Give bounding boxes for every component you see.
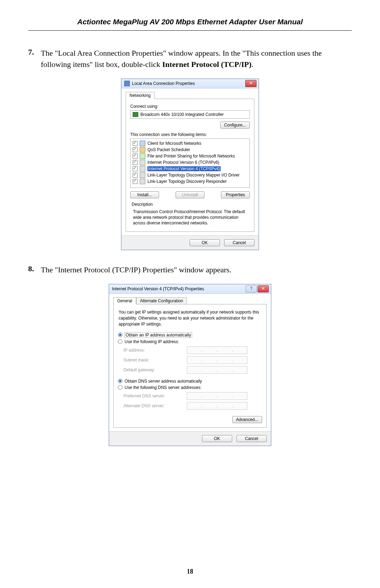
checkbox-icon[interactable] [133, 147, 138, 152]
tab-general[interactable]: General [113, 297, 136, 304]
radio-ip-manual[interactable]: Use the following IP address: [118, 339, 262, 344]
radio-dns-auto-label: Obtain DNS server address automatically [125, 379, 202, 384]
ip-address-input: ... [187, 346, 247, 354]
connect-using-label: Connect using: [130, 104, 250, 109]
qos-icon [140, 147, 145, 153]
ipv4-title: Internet Protocol Version 4 (TCP/IPv4) P… [112, 286, 245, 291]
list-item[interactable]: QoS Packet Scheduler [132, 147, 248, 153]
help-icon[interactable]: ? [246, 285, 257, 292]
ip-address-label: IP address: [124, 348, 187, 353]
list-item[interactable]: Link-Layer Topology Discovery Responder [132, 178, 248, 185]
list-item[interactable]: Internet Protocol Version 6 (TCP/IPv6) [132, 159, 248, 166]
ipv4-properties-dialog: Internet Protocol Version 4 (TCP/IPv4) P… [109, 284, 271, 446]
close-icon[interactable]: ✕ [258, 285, 269, 292]
ok-button[interactable]: OK [190, 239, 220, 246]
list-item-label: Link-Layer Topology Discovery Responder [147, 179, 227, 184]
list-item[interactable]: File and Printer Sharing for Microsoft N… [132, 153, 248, 159]
checkbox-icon[interactable] [133, 154, 138, 159]
radio-icon[interactable] [118, 339, 122, 344]
alternate-dns-input: ... [187, 402, 247, 410]
radio-dns-manual-label: Use the following DNS server addresses: [125, 385, 202, 390]
tab-alternate-config[interactable]: Alternate Configuration [136, 297, 187, 304]
subnet-mask-input: ... [187, 356, 247, 364]
list-item-label: Client for Microsoft Networks [147, 141, 201, 146]
list-item-ipv4[interactable]: Internet Protocol Version 4 (TCP/IPv4) [132, 166, 248, 172]
general-tabpane: You can get IP settings assigned automat… [113, 304, 267, 427]
preferred-dns-input: ... [187, 392, 247, 400]
uninstall-button: Uninstall [176, 191, 204, 198]
radio-ip-auto[interactable]: Obtain an IP address automatically [118, 332, 262, 338]
radio-icon[interactable] [118, 333, 122, 337]
radio-ip-auto-label: Obtain an IP address automatically [125, 332, 192, 338]
radio-icon[interactable] [118, 379, 122, 383]
step-7-text-bold: Internet Protocol (TCP/IP) [162, 60, 252, 69]
step-7: 7. The "Local Area Connection Properties… [28, 48, 352, 70]
ipv4-intro-text: You can get IP settings assigned automat… [119, 309, 261, 327]
install-button[interactable]: Install... [130, 191, 159, 198]
protocol-icon [140, 166, 145, 172]
list-item[interactable]: Client for Microsoft Networks [132, 140, 248, 147]
list-item-label: QoS Packet Scheduler [147, 147, 190, 152]
list-item[interactable]: Link-Layer Topology Discovery Mapper I/O… [132, 172, 248, 178]
step-8-text-pre: The "Internet Protocol ( [41, 265, 115, 274]
tab-networking[interactable]: Networking [126, 92, 154, 99]
connection-items-listbox[interactable]: Client for Microsoft Networks QoS Packet… [130, 138, 250, 188]
manual-header: Actiontec MegaPlug AV 200 Mbps Ethernet … [28, 18, 352, 26]
adapter-field: Broadcom 440x 10/100 Integrated Controll… [130, 110, 250, 119]
nic-icon [133, 112, 138, 117]
default-gateway-label: Default gateway: [124, 367, 187, 372]
step-8-number: 8. [28, 264, 41, 276]
network-icon [124, 81, 130, 86]
checkbox-icon[interactable] [133, 179, 138, 184]
step-8-text-sc: TCP/IP [115, 265, 138, 274]
lan-title: Local Area Connection Properties [132, 81, 245, 86]
client-icon [140, 141, 145, 146]
advanced-button[interactable]: Advanced... [232, 416, 262, 423]
list-item-label: Internet Protocol Version 6 (TCP/IPv6) [147, 160, 219, 165]
step-7-text-post: . [252, 60, 254, 69]
ipv4-titlebar: Internet Protocol Version 4 (TCP/IPv4) P… [109, 284, 271, 294]
header-rule [28, 30, 352, 31]
uses-items-label: This connection uses the following items… [130, 132, 250, 137]
protocol-icon [140, 172, 145, 178]
alternate-dns-label: Alternate DNS server: [124, 403, 187, 408]
checkbox-icon[interactable] [133, 141, 138, 146]
step-8-text-post: ) Properties" window appears. [138, 265, 232, 274]
step-7-number: 7. [28, 48, 41, 70]
radio-icon[interactable] [118, 385, 122, 390]
preferred-dns-label: Preferred DNS server: [124, 394, 187, 398]
checkbox-icon[interactable] [133, 160, 138, 165]
description-text: Transmission Control Protocol/Internet P… [130, 208, 250, 228]
cancel-button[interactable]: Cancel [224, 239, 254, 246]
radio-dns-manual[interactable]: Use the following DNS server addresses: [118, 385, 262, 390]
step-8: 8. The "Internet Protocol (TCP/IP) Prope… [28, 264, 352, 276]
close-icon[interactable]: ✕ [245, 80, 256, 87]
list-item-label-selected: Internet Protocol Version 4 (TCP/IPv4) [147, 166, 221, 171]
properties-button[interactable]: Properties [221, 191, 250, 198]
default-gateway-input: ... [187, 366, 247, 374]
subnet-mask-label: Subnet mask: [124, 358, 187, 363]
ipv4-dialog-footer: OK Cancel [109, 431, 271, 446]
protocol-icon [140, 160, 145, 165]
step-8-text: The "Internet Protocol (TCP/IP) Properti… [41, 264, 232, 276]
checkbox-icon[interactable] [133, 166, 138, 171]
networking-tabpane: Connect using: Broadcom 440x 10/100 Inte… [126, 99, 254, 232]
lan-properties-dialog: Local Area Connection Properties ✕ Netwo… [121, 79, 259, 250]
lan-dialog-footer: OK Cancel [121, 235, 259, 250]
description-label: Description [132, 202, 250, 207]
radio-dns-auto[interactable]: Obtain DNS server address automatically [118, 379, 262, 384]
lan-titlebar: Local Area Connection Properties ✕ [121, 79, 259, 88]
ok-button[interactable]: OK [202, 435, 232, 442]
protocol-icon [140, 179, 145, 184]
radio-ip-manual-label: Use the following IP address: [125, 339, 179, 344]
configure-button[interactable]: Configure... [220, 122, 250, 129]
checkbox-icon[interactable] [133, 173, 138, 178]
page-number: 18 [0, 568, 380, 575]
list-item-label: File and Printer Sharing for Microsoft N… [147, 154, 235, 159]
list-item-label: Link-Layer Topology Discovery Mapper I/O… [147, 173, 240, 178]
cancel-button[interactable]: Cancel [236, 435, 267, 442]
adapter-name: Broadcom 440x 10/100 Integrated Controll… [140, 112, 224, 117]
step-7-text: The "Local Area Connection Properties" w… [41, 48, 352, 70]
share-icon [140, 153, 145, 159]
